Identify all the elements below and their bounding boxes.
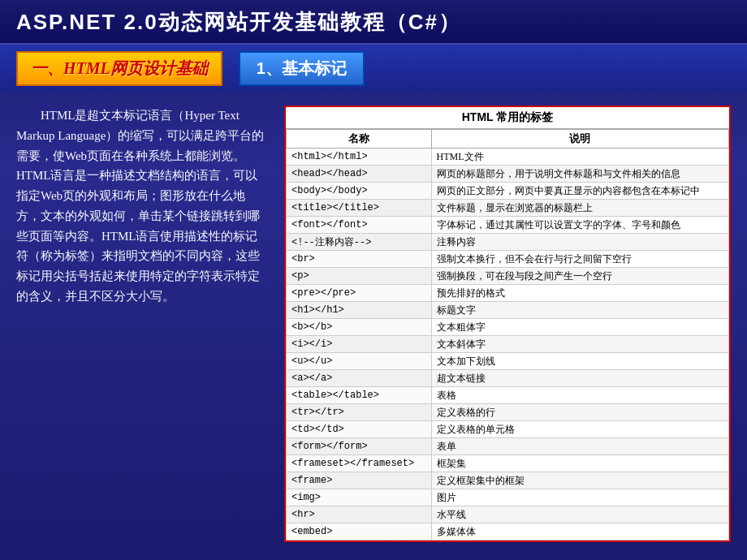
table-row: <head></head>网页的标题部分，用于说明文件标题和与文件相关的信息 <box>287 166 729 183</box>
table-row: <hr>水平线 <box>287 506 729 523</box>
table-row: <html></html>HTML文件 <box>287 149 729 166</box>
table-row: <form></form>表单 <box>287 438 729 455</box>
tag-desc-cell: 多媒体体 <box>431 523 728 541</box>
table-row: <h1></h1>标题文字 <box>287 302 729 319</box>
tag-name-cell: <u></u> <box>287 353 432 370</box>
table-row: <font></font>字体标记，通过其属性可以设置文字的字体、字号和颜色 <box>287 217 729 234</box>
right-table-area: HTML 常用的标签 名称 说明 <html></html>HTML文件<hea… <box>284 106 731 558</box>
tag-name-cell: <frameset></frameset> <box>287 455 432 472</box>
tag-name-cell: <!--注释内容--> <box>287 234 432 251</box>
tag-desc-cell: 水平线 <box>431 506 728 523</box>
tag-desc-cell: 网页的正文部分，网页中要真正显示的内容都包含在本标记中 <box>431 183 728 200</box>
table-body: <html></html>HTML文件<head></head>网页的标题部分，… <box>287 149 729 541</box>
tag-name-cell: <font></font> <box>287 217 432 234</box>
tag-name-cell: <embed> <box>287 523 432 541</box>
table-row: <frame>定义框架集中的框架 <box>287 472 729 489</box>
tag-desc-cell: 注释内容 <box>431 234 728 251</box>
main-content: HTML是超文本标记语言（Hyper Text Markup Language）… <box>0 93 747 560</box>
tag-name-cell: <tr></tr> <box>287 404 432 421</box>
tag-name-cell: <table></table> <box>287 387 432 404</box>
tag-desc-cell: 标题文字 <box>431 302 728 319</box>
tag-desc-cell: 文本粗体字 <box>431 319 728 336</box>
tag-name-cell: <html></html> <box>287 149 432 166</box>
tag-name-cell: <frame> <box>287 472 432 489</box>
col-header-name: 名称 <box>287 130 432 149</box>
tag-name-cell: <head></head> <box>287 166 432 183</box>
tag-desc-cell: 强制文本换行，但不会在行与行之间留下空行 <box>431 251 728 268</box>
table-row: <br>强制文本换行，但不会在行与行之间留下空行 <box>287 251 729 268</box>
tag-name-cell: <form></form> <box>287 438 432 455</box>
tag-name-cell: <br> <box>287 251 432 268</box>
table-outer: HTML 常用的标签 名称 说明 <html></html>HTML文件<hea… <box>284 106 731 542</box>
tag-desc-cell: 表单 <box>431 438 728 455</box>
tag-name-cell: <i></i> <box>287 336 432 353</box>
table-row: <p>强制换段，可在段与段之间产生一个空行 <box>287 268 729 285</box>
table-row: <b></b>文本粗体字 <box>287 319 729 336</box>
table-row: <img>图片 <box>287 489 729 506</box>
tag-desc-cell: 文本斜体字 <box>431 336 728 353</box>
table-row: <frameset></frameset>框架集 <box>287 455 729 472</box>
tag-desc-cell: 字体标记，通过其属性可以设置文字的字体、字号和颜色 <box>431 217 728 234</box>
html-tags-table: 名称 说明 <html></html>HTML文件<head></head>网页… <box>286 129 729 541</box>
tag-desc-cell: 定义表格的单元格 <box>431 421 728 438</box>
tag-desc-cell: 定义框架集中的框架 <box>431 472 728 489</box>
sub-header: 一、HTML网页设计基础 1、基本标记 <box>0 45 747 93</box>
table-row: <body></body>网页的正文部分，网页中要真正显示的内容都包含在本标记中 <box>287 183 729 200</box>
intro-paragraph: HTML是超文本标记语言（Hyper Text Markup Language）… <box>16 106 268 307</box>
tag-desc-cell: 表格 <box>431 387 728 404</box>
tag-name-cell: <p> <box>287 268 432 285</box>
tag-desc-cell: HTML文件 <box>431 149 728 166</box>
tag-desc-cell: 文件标题，显示在浏览器的标题栏上 <box>431 200 728 217</box>
tag-desc-cell: 预先排好的格式 <box>431 285 728 302</box>
table-row: <tr></tr>定义表格的行 <box>287 404 729 421</box>
tag-name-cell: <pre></pre> <box>287 285 432 302</box>
table-row: <i></i>文本斜体字 <box>287 336 729 353</box>
table-header-row: 名称 说明 <box>287 130 729 149</box>
tag-name-cell: <body></body> <box>287 183 432 200</box>
table-row: <a></a>超文本链接 <box>287 370 729 387</box>
tag-desc-cell: 框架集 <box>431 455 728 472</box>
tag-desc-cell: 超文本链接 <box>431 370 728 387</box>
table-row: <table></table>表格 <box>287 387 729 404</box>
tag-desc-cell: 网页的标题部分，用于说明文件标题和与文件相关的信息 <box>431 166 728 183</box>
col-header-desc: 说明 <box>431 130 728 149</box>
tag-name-cell: <b></b> <box>287 319 432 336</box>
topic-badge: 1、基本标记 <box>239 51 365 86</box>
tag-desc-cell: 强制换段，可在段与段之间产生一个空行 <box>431 268 728 285</box>
table-row: <embed>多媒体体 <box>287 523 729 541</box>
tag-desc-cell: 文本加下划线 <box>431 353 728 370</box>
tag-name-cell: <h1></h1> <box>287 302 432 319</box>
left-text-area: HTML是超文本标记语言（Hyper Text Markup Language）… <box>16 106 268 558</box>
table-row: <pre></pre>预先排好的格式 <box>287 285 729 302</box>
tag-desc-cell: 定义表格的行 <box>431 404 728 421</box>
table-title: HTML 常用的标签 <box>286 107 729 129</box>
header: ASP.NET 2.0动态网站开发基础教程（C#） <box>0 0 747 45</box>
table-row: <!--注释内容-->注释内容 <box>287 234 729 251</box>
table-row: <u></u>文本加下划线 <box>287 353 729 370</box>
section-badge: 一、HTML网页设计基础 <box>16 51 222 86</box>
page-title: ASP.NET 2.0动态网站开发基础教程（C#） <box>16 10 461 34</box>
tag-name-cell: <a></a> <box>287 370 432 387</box>
tag-name-cell: <td></td> <box>287 421 432 438</box>
tag-name-cell: <hr> <box>287 506 432 523</box>
tag-name-cell: <img> <box>287 489 432 506</box>
tag-name-cell: <title></title> <box>287 200 432 217</box>
table-row: <td></td>定义表格的单元格 <box>287 421 729 438</box>
table-row: <title></title>文件标题，显示在浏览器的标题栏上 <box>287 200 729 217</box>
tag-desc-cell: 图片 <box>431 489 728 506</box>
